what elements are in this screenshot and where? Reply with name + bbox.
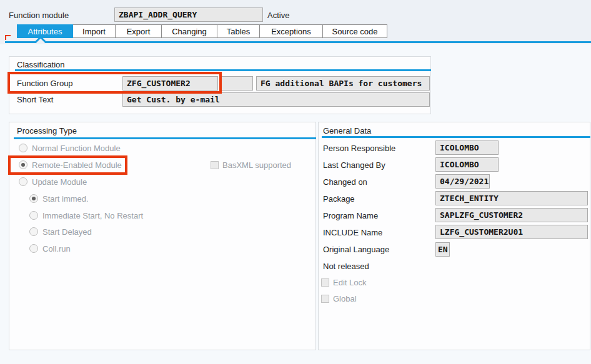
radio-icon[interactable] (29, 227, 38, 236)
radio-start-immed[interactable]: Start immed. (29, 193, 89, 204)
package-input[interactable]: ZTECH_ENTITY (435, 191, 588, 205)
radio-immediate-start-no-restart[interactable]: Immediate Start, No Restart (29, 210, 143, 221)
radio-normal-function-module[interactable]: Normal Function Module (19, 142, 121, 154)
radio-icon[interactable] (29, 194, 38, 203)
short-text-label: Short Text (17, 95, 53, 104)
radio-label: Coll.run (42, 244, 71, 253)
radio-label: Normal Function Module (32, 144, 121, 153)
checkbox-icon[interactable] (321, 278, 329, 287)
radio-start-delayed[interactable]: Start Delayed (29, 226, 92, 237)
original-language-label: Original Language (323, 245, 389, 254)
program-name-label: Program Name (323, 211, 378, 220)
person-responsible-input[interactable]: ICOLOMBO (435, 140, 499, 155)
checkbox-label: BasXML supported (222, 160, 291, 170)
radio-icon[interactable] (19, 160, 27, 169)
checkbox-edit-lock[interactable]: Edit Lock (321, 277, 366, 287)
checkbox-label: Global (333, 294, 357, 303)
function-group-description[interactable]: FG additional BAPIs for customers (256, 76, 430, 91)
radio-icon[interactable] (19, 144, 27, 152)
radio-label: Start Delayed (42, 227, 92, 237)
checkbox-icon[interactable] (211, 161, 219, 169)
checkbox-global[interactable]: Global (321, 293, 357, 303)
radio-icon[interactable] (29, 211, 38, 220)
not-released-status: Not released (323, 262, 369, 271)
checkbox-basxml-supported[interactable]: BasXML supported (211, 160, 291, 170)
changed-on-input[interactable]: 04/29/2021 (435, 174, 490, 189)
radio-icon[interactable] (29, 244, 38, 253)
package-label: Package (323, 194, 355, 204)
radio-update-module[interactable]: Update Module (19, 176, 87, 187)
radio-label: Start immed. (42, 194, 89, 204)
checkbox-label: Edit Lock (333, 278, 366, 287)
function-module-input[interactable]: ZBAPI_ADDR_QUERY (114, 7, 263, 22)
radio-label: Remote-Enabled Module (32, 160, 122, 170)
processing-type-rule (14, 137, 316, 139)
function-group-input[interactable]: ZFG_CUSTOMER2 (122, 76, 218, 91)
radio-label: Immediate Start, No Restart (42, 211, 143, 220)
changed-on-label: Changed on (323, 177, 367, 187)
program-name-input[interactable]: SAPLZFG_CUSTOMER2 (435, 208, 588, 222)
radio-icon[interactable] (19, 177, 27, 186)
annotation-corner-mark (5, 35, 11, 40)
function-group-label: Function Group (17, 79, 73, 88)
include-name-input[interactable]: LZFG_CUSTOMER2U01 (435, 225, 588, 239)
classification-rule (15, 69, 431, 71)
last-changed-by-label: Last Changed By (323, 160, 385, 170)
include-name-label: INCLUDE Name (323, 228, 382, 237)
last-changed-by-input[interactable]: ICOLOMBO (435, 157, 499, 172)
radio-label: Update Module (32, 177, 87, 187)
active-tab-indicator (0, 36, 591, 45)
person-responsible-label: Person Responsible (323, 144, 395, 153)
general-data-rule (322, 136, 590, 138)
radio-remote-enabled-module[interactable]: Remote-Enabled Module (19, 159, 122, 170)
function-module-attributes-screen: Function module ZBAPI_ADDR_QUERY Active … (0, 0, 591, 364)
function-group-extra-input[interactable] (221, 76, 253, 91)
radio-coll-run[interactable]: Coll.run (29, 243, 71, 254)
general-data-title: General Data (323, 126, 371, 135)
tab-attributes[interactable]: Attributes (17, 24, 73, 38)
original-language-input[interactable]: EN (435, 242, 450, 257)
function-module-label: Function module (9, 11, 69, 20)
processing-type-title: Processing Type (17, 126, 77, 135)
active-status: Active (267, 11, 289, 20)
checkbox-icon[interactable] (321, 295, 329, 303)
classification-title: Classification (17, 60, 65, 69)
short-text-input[interactable]: Get Cust. by e-mail (122, 92, 430, 107)
